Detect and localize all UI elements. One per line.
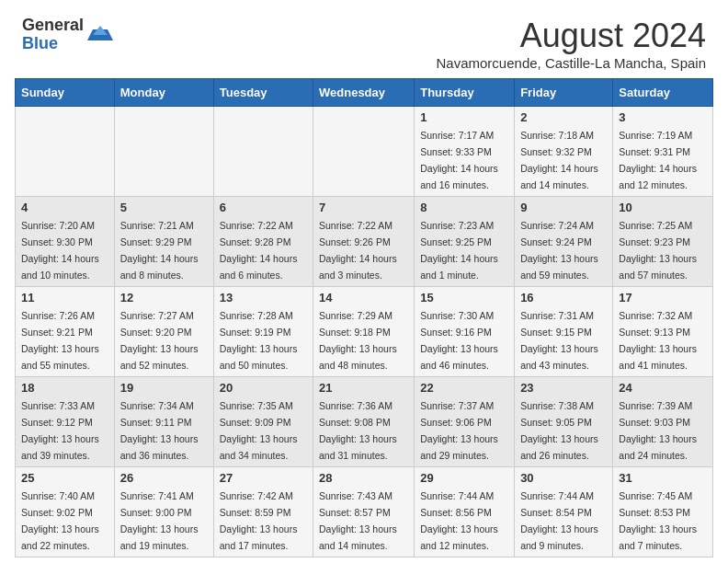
day-info: Sunrise: 7:43 AM Sunset: 8:57 PM Dayligh… xyxy=(319,490,397,551)
calendar-table: SundayMondayTuesdayWednesdayThursdayFrid… xyxy=(15,78,713,557)
day-number: 13 xyxy=(220,291,307,304)
day-info: Sunrise: 7:45 AM Sunset: 8:53 PM Dayligh… xyxy=(619,490,697,551)
day-number: 16 xyxy=(520,291,607,304)
day-cell: 6Sunrise: 7:22 AM Sunset: 9:28 PM Daylig… xyxy=(213,197,313,287)
day-cell: 17Sunrise: 7:32 AM Sunset: 9:13 PM Dayli… xyxy=(613,287,713,377)
day-info: Sunrise: 7:34 AM Sunset: 9:11 PM Dayligh… xyxy=(120,400,199,461)
day-cell: 21Sunrise: 7:36 AM Sunset: 9:08 PM Dayli… xyxy=(313,377,415,467)
header-cell-wednesday: Wednesday xyxy=(313,79,415,107)
day-cell: 23Sunrise: 7:38 AM Sunset: 9:05 PM Dayli… xyxy=(515,377,613,467)
week-row-1: 1Sunrise: 7:17 AM Sunset: 9:33 PM Daylig… xyxy=(16,107,713,197)
day-number: 24 xyxy=(619,381,707,395)
day-cell xyxy=(114,107,213,197)
day-number: 18 xyxy=(21,381,108,395)
day-info: Sunrise: 7:26 AM Sunset: 9:21 PM Dayligh… xyxy=(21,310,99,371)
day-number: 19 xyxy=(120,381,208,395)
day-info: Sunrise: 7:39 AM Sunset: 9:03 PM Dayligh… xyxy=(619,400,697,461)
day-number: 6 xyxy=(220,201,307,214)
day-number: 27 xyxy=(220,471,307,485)
day-number: 5 xyxy=(120,201,208,214)
day-cell: 24Sunrise: 7:39 AM Sunset: 9:03 PM Dayli… xyxy=(613,377,713,467)
week-row-3: 11Sunrise: 7:26 AM Sunset: 9:21 PM Dayli… xyxy=(16,287,713,377)
logo-general: General xyxy=(22,17,84,35)
header-cell-saturday: Saturday xyxy=(613,79,713,107)
day-number: 11 xyxy=(21,291,108,304)
day-number: 31 xyxy=(619,471,707,485)
day-number: 15 xyxy=(420,291,508,304)
day-info: Sunrise: 7:17 AM Sunset: 9:33 PM Dayligh… xyxy=(420,130,498,190)
day-info: Sunrise: 7:42 AM Sunset: 8:59 PM Dayligh… xyxy=(220,490,298,551)
day-cell: 14Sunrise: 7:29 AM Sunset: 9:18 PM Dayli… xyxy=(313,287,415,377)
day-info: Sunrise: 7:19 AM Sunset: 9:31 PM Dayligh… xyxy=(619,130,697,190)
calendar-body: 1Sunrise: 7:17 AM Sunset: 9:33 PM Daylig… xyxy=(16,107,713,557)
day-info: Sunrise: 7:18 AM Sunset: 9:32 PM Dayligh… xyxy=(520,130,598,190)
day-cell: 18Sunrise: 7:33 AM Sunset: 9:12 PM Dayli… xyxy=(16,377,115,467)
day-number: 14 xyxy=(319,291,408,304)
day-info: Sunrise: 7:28 AM Sunset: 9:19 PM Dayligh… xyxy=(220,310,298,371)
calendar-header: SundayMondayTuesdayWednesdayThursdayFrid… xyxy=(16,79,713,107)
day-info: Sunrise: 7:32 AM Sunset: 9:13 PM Dayligh… xyxy=(619,310,697,371)
day-info: Sunrise: 7:44 AM Sunset: 8:54 PM Dayligh… xyxy=(520,490,598,551)
subtitle: Navamorcuende, Castille-La Mancha, Spain xyxy=(437,55,707,71)
header-cell-friday: Friday xyxy=(515,79,613,107)
day-info: Sunrise: 7:22 AM Sunset: 9:28 PM Dayligh… xyxy=(220,220,298,281)
day-info: Sunrise: 7:33 AM Sunset: 9:12 PM Dayligh… xyxy=(21,400,99,461)
week-row-4: 18Sunrise: 7:33 AM Sunset: 9:12 PM Dayli… xyxy=(16,377,713,467)
day-info: Sunrise: 7:24 AM Sunset: 9:24 PM Dayligh… xyxy=(520,220,598,281)
day-number: 10 xyxy=(619,201,707,214)
day-info: Sunrise: 7:44 AM Sunset: 8:56 PM Dayligh… xyxy=(420,490,498,551)
week-row-2: 4Sunrise: 7:20 AM Sunset: 9:30 PM Daylig… xyxy=(16,197,713,287)
day-info: Sunrise: 7:36 AM Sunset: 9:08 PM Dayligh… xyxy=(319,400,397,461)
day-number: 1 xyxy=(420,110,508,124)
day-cell: 22Sunrise: 7:37 AM Sunset: 9:06 PM Dayli… xyxy=(415,377,515,467)
day-info: Sunrise: 7:22 AM Sunset: 9:26 PM Dayligh… xyxy=(319,220,397,281)
day-info: Sunrise: 7:37 AM Sunset: 9:06 PM Dayligh… xyxy=(420,400,498,461)
day-number: 22 xyxy=(420,381,508,395)
day-number: 29 xyxy=(420,471,508,485)
day-cell: 20Sunrise: 7:35 AM Sunset: 9:09 PM Dayli… xyxy=(213,377,313,467)
week-row-5: 25Sunrise: 7:40 AM Sunset: 9:02 PM Dayli… xyxy=(16,467,713,557)
day-number: 3 xyxy=(619,110,707,124)
day-cell xyxy=(313,107,415,197)
day-cell: 5Sunrise: 7:21 AM Sunset: 9:29 PM Daylig… xyxy=(114,197,213,287)
day-cell: 16Sunrise: 7:31 AM Sunset: 9:15 PM Dayli… xyxy=(515,287,613,377)
day-cell: 27Sunrise: 7:42 AM Sunset: 8:59 PM Dayli… xyxy=(213,467,313,557)
day-number: 21 xyxy=(319,381,408,395)
day-cell: 15Sunrise: 7:30 AM Sunset: 9:16 PM Dayli… xyxy=(415,287,515,377)
logo-icon xyxy=(87,22,113,48)
day-cell: 4Sunrise: 7:20 AM Sunset: 9:30 PM Daylig… xyxy=(16,197,115,287)
day-info: Sunrise: 7:20 AM Sunset: 9:30 PM Dayligh… xyxy=(21,220,99,281)
main-title: August 2024 xyxy=(437,17,707,55)
day-info: Sunrise: 7:23 AM Sunset: 9:25 PM Dayligh… xyxy=(420,220,498,281)
day-number: 7 xyxy=(319,201,408,214)
day-cell: 19Sunrise: 7:34 AM Sunset: 9:11 PM Dayli… xyxy=(114,377,213,467)
day-number: 23 xyxy=(520,381,607,395)
day-cell: 29Sunrise: 7:44 AM Sunset: 8:56 PM Dayli… xyxy=(415,467,515,557)
day-info: Sunrise: 7:27 AM Sunset: 9:20 PM Dayligh… xyxy=(120,310,199,371)
day-cell: 26Sunrise: 7:41 AM Sunset: 9:00 PM Dayli… xyxy=(114,467,213,557)
header-row: SundayMondayTuesdayWednesdayThursdayFrid… xyxy=(16,79,713,107)
day-cell: 8Sunrise: 7:23 AM Sunset: 9:25 PM Daylig… xyxy=(415,197,515,287)
day-cell: 9Sunrise: 7:24 AM Sunset: 9:24 PM Daylig… xyxy=(515,197,613,287)
day-number: 30 xyxy=(520,471,607,485)
day-cell: 1Sunrise: 7:17 AM Sunset: 9:33 PM Daylig… xyxy=(415,107,515,197)
header-cell-sunday: Sunday xyxy=(16,79,115,107)
day-number: 9 xyxy=(520,201,607,214)
day-cell: 3Sunrise: 7:19 AM Sunset: 9:31 PM Daylig… xyxy=(613,107,713,197)
calendar-container: SundayMondayTuesdayWednesdayThursdayFrid… xyxy=(0,78,728,563)
day-cell: 31Sunrise: 7:45 AM Sunset: 8:53 PM Dayli… xyxy=(613,467,713,557)
day-number: 2 xyxy=(520,110,607,124)
day-number: 20 xyxy=(220,381,307,395)
header-cell-thursday: Thursday xyxy=(415,79,515,107)
day-cell xyxy=(16,107,115,197)
day-info: Sunrise: 7:41 AM Sunset: 9:00 PM Dayligh… xyxy=(120,490,199,551)
day-info: Sunrise: 7:40 AM Sunset: 9:02 PM Dayligh… xyxy=(21,490,99,551)
day-info: Sunrise: 7:31 AM Sunset: 9:15 PM Dayligh… xyxy=(520,310,598,371)
day-info: Sunrise: 7:38 AM Sunset: 9:05 PM Dayligh… xyxy=(520,400,598,461)
day-cell: 2Sunrise: 7:18 AM Sunset: 9:32 PM Daylig… xyxy=(515,107,613,197)
logo: General Blue xyxy=(22,17,113,53)
day-info: Sunrise: 7:29 AM Sunset: 9:18 PM Dayligh… xyxy=(319,310,397,371)
day-number: 4 xyxy=(21,201,108,214)
header-cell-monday: Monday xyxy=(114,79,213,107)
day-cell: 28Sunrise: 7:43 AM Sunset: 8:57 PM Dayli… xyxy=(313,467,415,557)
